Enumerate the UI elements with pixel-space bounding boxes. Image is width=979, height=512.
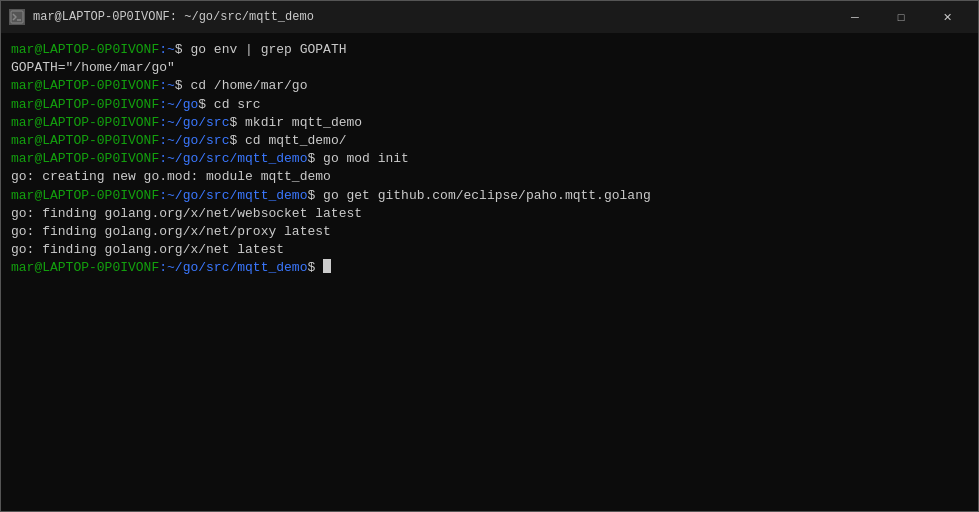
terminal-icon	[9, 9, 25, 25]
prompt-user: mar@LAPTOP-0P0IVONF	[11, 150, 159, 168]
cmd-text: go env | grep GOPATH	[190, 41, 346, 59]
title-bar: mar@LAPTOP-0P0IVONF: ~/go/src/mqtt_demo …	[1, 1, 978, 33]
title-bar-left: mar@LAPTOP-0P0IVONF: ~/go/src/mqtt_demo	[9, 9, 314, 25]
prompt-dollar: $	[229, 114, 245, 132]
terminal-window: mar@LAPTOP-0P0IVONF: ~/go/src/mqtt_demo …	[0, 0, 979, 512]
svg-rect-0	[11, 11, 23, 23]
terminal-line: go: finding golang.org/x/net/proxy lates…	[11, 223, 968, 241]
terminal-line: mar@LAPTOP-0P0IVONF:~/go/src/mqtt_demo$ …	[11, 150, 968, 168]
cmd-text: go get github.com/eclipse/paho.mqtt.gola…	[323, 187, 651, 205]
prompt-path: :~	[159, 77, 175, 95]
terminal-line: mar@LAPTOP-0P0IVONF:~/go/src/mqtt_demo$	[11, 259, 968, 277]
prompt-user: mar@LAPTOP-0P0IVONF	[11, 132, 159, 150]
prompt-user: mar@LAPTOP-0P0IVONF	[11, 96, 159, 114]
terminal-line: GOPATH="/home/mar/go"	[11, 59, 968, 77]
prompt-user: mar@LAPTOP-0P0IVONF	[11, 187, 159, 205]
prompt-dollar: $	[307, 187, 323, 205]
prompt-dollar: $	[307, 150, 323, 168]
prompt-path: :~/go	[159, 96, 198, 114]
cmd-text: cd /home/mar/go	[190, 77, 307, 95]
terminal-line: go: finding golang.org/x/net/websocket l…	[11, 205, 968, 223]
prompt-user: mar@LAPTOP-0P0IVONF	[11, 114, 159, 132]
cmd-text: go mod init	[323, 150, 409, 168]
cmd-text: cd mqtt_demo/	[245, 132, 346, 150]
cursor	[323, 259, 331, 273]
output-text: go: finding golang.org/x/net latest	[11, 241, 284, 259]
prompt-user: mar@LAPTOP-0P0IVONF	[11, 259, 159, 277]
output-text: go: finding golang.org/x/net/websocket l…	[11, 205, 362, 223]
output-text: go: creating new go.mod: module mqtt_dem…	[11, 168, 331, 186]
prompt-user: mar@LAPTOP-0P0IVONF	[11, 77, 159, 95]
prompt-dollar: $	[175, 41, 191, 59]
prompt-path: :~/go/src	[159, 114, 229, 132]
maximize-button[interactable]: □	[878, 1, 924, 33]
prompt-path: :~/go/src	[159, 132, 229, 150]
window-title: mar@LAPTOP-0P0IVONF: ~/go/src/mqtt_demo	[33, 10, 314, 24]
output-text: GOPATH="/home/mar/go"	[11, 59, 175, 77]
terminal-line: mar@LAPTOP-0P0IVONF:~$ go env | grep GOP…	[11, 41, 968, 59]
output-text: go: finding golang.org/x/net/proxy lates…	[11, 223, 331, 241]
terminal-body[interactable]: mar@LAPTOP-0P0IVONF:~$ go env | grep GOP…	[1, 33, 978, 511]
prompt-dollar: $	[175, 77, 191, 95]
terminal-line: mar@LAPTOP-0P0IVONF:~$ cd /home/mar/go	[11, 77, 968, 95]
terminal-line: go: finding golang.org/x/net latest	[11, 241, 968, 259]
window-controls: ─ □ ✕	[832, 1, 970, 33]
prompt-dollar: $	[229, 132, 245, 150]
cmd-text: cd src	[214, 96, 261, 114]
prompt-path: :~/go/src/mqtt_demo	[159, 187, 307, 205]
terminal-line: mar@LAPTOP-0P0IVONF:~/go/src/mqtt_demo$ …	[11, 187, 968, 205]
terminal-line: mar@LAPTOP-0P0IVONF:~/go/src$ mkdir mqtt…	[11, 114, 968, 132]
cmd-text: mkdir mqtt_demo	[245, 114, 362, 132]
prompt-path: :~/go/src/mqtt_demo	[159, 150, 307, 168]
terminal-line: mar@LAPTOP-0P0IVONF:~/go/src$ cd mqtt_de…	[11, 132, 968, 150]
prompt-path: :~	[159, 41, 175, 59]
close-button[interactable]: ✕	[924, 1, 970, 33]
prompt-user: mar@LAPTOP-0P0IVONF	[11, 41, 159, 59]
prompt-dollar: $	[198, 96, 214, 114]
terminal-line: go: creating new go.mod: module mqtt_dem…	[11, 168, 968, 186]
minimize-button[interactable]: ─	[832, 1, 878, 33]
terminal-line: mar@LAPTOP-0P0IVONF:~/go$ cd src	[11, 96, 968, 114]
prompt-dollar: $	[307, 259, 323, 277]
prompt-path: :~/go/src/mqtt_demo	[159, 259, 307, 277]
